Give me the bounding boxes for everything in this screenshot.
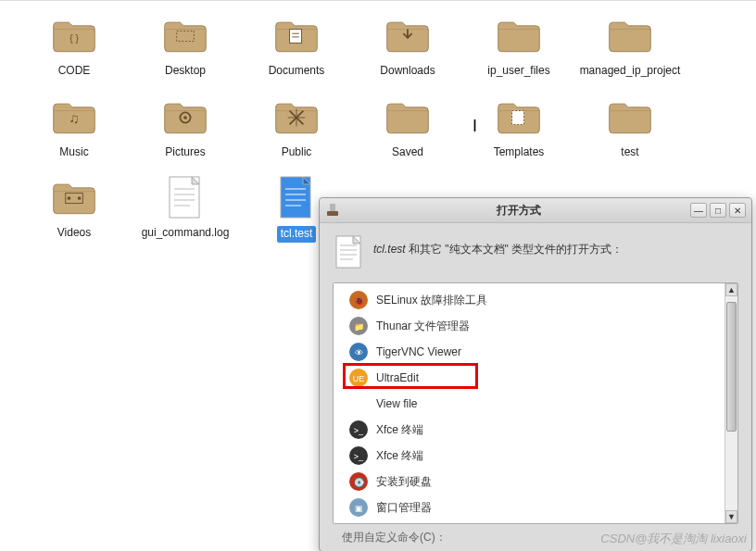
folder-icon: { }	[47, 14, 101, 58]
folder-icon	[47, 176, 101, 220]
app-item-8[interactable]: ▣窗口管理器	[334, 495, 737, 520]
app-name: Xfce 终端	[376, 448, 423, 464]
folder-icon	[381, 95, 435, 140]
file-label: ip_user_files	[487, 64, 549, 79]
svg-point-7	[183, 116, 187, 119]
file-label: CODE	[58, 64, 91, 79]
file-item-music[interactable]: ♫ Music	[19, 92, 130, 164]
svg-text:🐞: 🐞	[354, 295, 365, 307]
folder-icon	[158, 95, 212, 140]
file-item-test[interactable]: test	[574, 92, 686, 164]
file-label: Pictures	[165, 145, 205, 160]
svg-point-11	[78, 196, 82, 200]
app-icon: >_	[348, 420, 369, 440]
text-cursor: I	[472, 117, 477, 136]
app-list-container: 🐞SELinux 故障排除工具📁Thunar 文件管理器👁TigerVNC Vi…	[333, 282, 738, 524]
open-with-dialog: 打开方式 — □ ✕ tcl.test 和其它 "纯文本文档" 类型文件的打开方…	[319, 197, 752, 551]
app-item-5[interactable]: >_Xfce 终端	[334, 417, 737, 443]
folder-icon	[492, 95, 546, 140]
folder-icon	[270, 14, 323, 58]
scroll-thumb[interactable]	[726, 302, 737, 432]
file-label: test	[621, 145, 638, 160]
svg-rect-8	[512, 110, 524, 124]
app-item-1[interactable]: 📁Thunar 文件管理器	[334, 313, 737, 339]
file-item-managed-ip-project[interactable]: managed_ip_project	[574, 10, 686, 82]
svg-point-40	[349, 394, 368, 413]
app-icon: 📁	[348, 316, 369, 336]
folder-icon	[603, 95, 657, 140]
minimize-button[interactable]: —	[690, 203, 707, 218]
file-label: Documents	[269, 64, 325, 79]
file-item-templates[interactable]: Templates	[463, 92, 574, 164]
app-item-2[interactable]: 👁TigerVNC Viewer	[334, 339, 737, 365]
app-item-0[interactable]: 🐞SELinux 故障排除工具	[334, 287, 737, 313]
file-item-gui-command-log[interactable]: gui_command.log	[130, 172, 241, 246]
file-item-documents[interactable]: Documents	[241, 10, 352, 82]
folder-icon	[270, 95, 323, 140]
maximize-button[interactable]: □	[710, 203, 726, 218]
scrollbar[interactable]: ▲ ▼	[724, 283, 737, 523]
svg-rect-24	[330, 204, 335, 211]
file-item-ip-user-files[interactable]: ip_user_files	[463, 10, 574, 82]
close-button[interactable]: ✕	[729, 203, 746, 218]
svg-text:📁: 📁	[354, 321, 365, 332]
svg-text:UE: UE	[353, 374, 365, 383]
file-item-public[interactable]: Public	[241, 92, 352, 164]
file-label: Saved	[392, 145, 423, 160]
app-icon: 👁	[348, 342, 369, 362]
folder-icon	[492, 14, 546, 58]
file-label: Downloads	[380, 64, 435, 79]
folder-icon	[603, 14, 657, 58]
svg-text:>_: >_	[354, 452, 364, 461]
file-label: gui_command.log	[142, 226, 230, 241]
app-name: UltraEdit	[376, 371, 419, 384]
svg-text:▣: ▣	[355, 504, 363, 513]
app-icon: ▣	[348, 497, 369, 518]
file-item-desktop[interactable]: Desktop	[130, 10, 241, 82]
app-icon: ✦	[348, 523, 369, 524]
app-name: SELinux 故障排除工具	[376, 293, 487, 308]
file-item-pictures[interactable]: Pictures	[130, 92, 241, 164]
file-item-code[interactable]: { } CODE	[19, 10, 130, 82]
app-icon: >_	[348, 445, 369, 466]
scroll-down-arrow[interactable]: ▼	[725, 510, 737, 523]
folder-icon	[381, 14, 435, 58]
folder-icon	[158, 14, 212, 58]
app-item-7[interactable]: 💽安装到硬盘	[334, 469, 737, 495]
textfile-icon	[270, 176, 323, 220]
app-name: Xfce 终端	[376, 422, 423, 438]
dialog-app-icon	[325, 203, 340, 218]
file-item-downloads[interactable]: Downloads	[352, 10, 463, 82]
app-icon: UE	[348, 368, 369, 388]
file-item-saved[interactable]: Saved	[352, 92, 463, 164]
file-label: Desktop	[165, 64, 206, 79]
svg-text:👁: 👁	[355, 348, 363, 357]
svg-text:♫: ♫	[69, 110, 79, 125]
file-label: Music	[59, 145, 88, 160]
dialog-title: 打开方式	[347, 203, 690, 219]
watermark: CSDN@我不是淘淘 lixiaoxi	[600, 531, 747, 547]
file-label: tcl.test	[277, 226, 317, 243]
file-label: Public	[282, 145, 312, 160]
svg-rect-25	[327, 211, 338, 216]
file-item-videos[interactable]: Videos	[19, 172, 130, 246]
app-list[interactable]: 🐞SELinux 故障排除工具📁Thunar 文件管理器👁TigerVNC Vi…	[334, 283, 737, 524]
file-label: Templates	[494, 145, 545, 160]
app-item-6[interactable]: >_Xfce 终端	[334, 443, 737, 469]
app-icon: 💽	[348, 471, 369, 492]
app-item-9[interactable]: ✦窗口管理器微调	[334, 520, 737, 524]
dialog-titlebar[interactable]: 打开方式 — □ ✕	[320, 198, 751, 223]
svg-rect-2	[290, 30, 302, 44]
app-name: 安装到硬盘	[376, 474, 432, 490]
app-icon: 🐞	[348, 290, 369, 310]
app-icon	[348, 394, 369, 414]
svg-text:💽: 💽	[354, 477, 365, 488]
app-item-3[interactable]: UEUltraEdit	[334, 365, 737, 391]
svg-text:>_: >_	[354, 426, 364, 435]
app-item-4[interactable]: View file	[334, 391, 737, 417]
app-name: 窗口管理器	[376, 500, 432, 516]
file-label: Videos	[57, 226, 91, 241]
app-name: View file	[376, 397, 417, 410]
scroll-up-arrow[interactable]: ▲	[725, 283, 737, 296]
svg-point-10	[68, 196, 71, 200]
